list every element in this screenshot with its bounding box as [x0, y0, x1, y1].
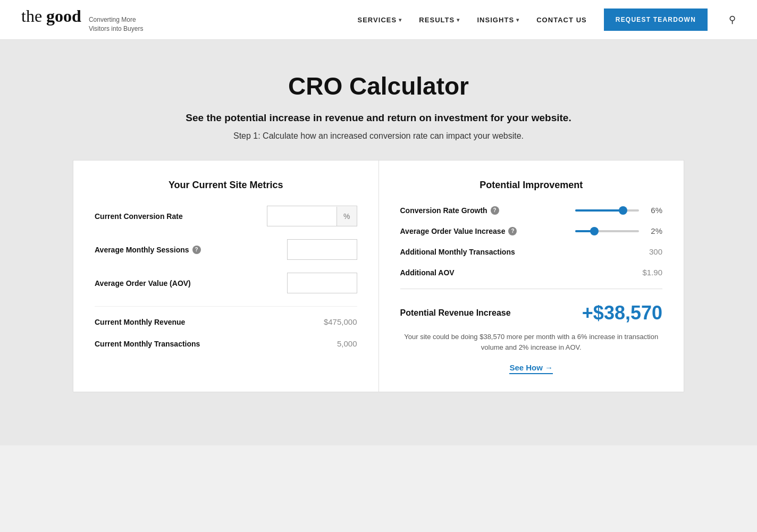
- slider-track-conversion-growth[interactable]: [575, 209, 639, 212]
- aov-input[interactable]: $95: [288, 273, 357, 293]
- slider-fill-conversion-growth: [575, 209, 623, 212]
- input-wrap-conversion-rate[interactable]: 2.00 %: [267, 206, 357, 226]
- right-panel: Potential Improvement Conversion Rate Gr…: [379, 160, 685, 392]
- conversion-rate-input[interactable]: 2.00: [267, 206, 337, 226]
- hero-section: CRO Calculator See the potential increas…: [0, 40, 757, 445]
- chevron-down-icon: ▾: [516, 17, 519, 23]
- logo-tagline: Converting More Visitors into Buyers: [89, 15, 144, 33]
- revenue-label: Potential Revenue Increase: [400, 308, 511, 318]
- label-monthly-transactions: Current Monthly Transactions: [95, 340, 200, 348]
- label-aov-increase: Average Order Value Increase ?: [400, 227, 532, 235]
- main-nav: SERVICES ▾ RESULTS ▾ INSIGHTS ▾ CONTACT …: [357, 9, 736, 31]
- left-panel: Your Current Site Metrics Current Conver…: [73, 160, 379, 392]
- label-conversion-rate: Current Conversion Rate: [95, 212, 183, 221]
- percent-suffix: %: [337, 207, 356, 226]
- calculator-container: Your Current Site Metrics Current Conver…: [73, 160, 684, 424]
- help-icon[interactable]: ?: [491, 206, 499, 215]
- label-additional-aov: Additional AOV: [400, 268, 455, 277]
- help-icon[interactable]: ?: [508, 227, 517, 235]
- value-monthly-transactions: 5,000: [337, 339, 357, 348]
- right-divider: [400, 289, 663, 289]
- value-monthly-revenue: $475,000: [324, 317, 357, 326]
- chevron-down-icon: ▾: [399, 17, 402, 23]
- nav-services[interactable]: SERVICES ▾: [357, 16, 402, 24]
- static-row-additional-aov: Additional AOV $1.90: [400, 268, 663, 277]
- value-additional-transactions: 300: [649, 247, 662, 256]
- metric-row-conversion-rate: Current Conversion Rate 2.00 %: [95, 206, 357, 226]
- metric-row-monthly-sessions: Average Monthly Sessions ? 250,000: [95, 239, 357, 260]
- search-icon[interactable]: ⚲: [729, 14, 736, 26]
- site-header: the good Converting More Visitors into B…: [0, 0, 757, 40]
- revenue-value: +$38,570: [582, 302, 662, 324]
- see-how-link[interactable]: See How →: [509, 363, 553, 374]
- slider-row-aov-increase: Average Order Value Increase ? 2%: [400, 226, 663, 235]
- slider-wrap-aov-increase: 2%: [531, 226, 662, 235]
- metric-row-monthly-transactions: Current Monthly Transactions 5,000: [95, 339, 357, 348]
- revenue-description: Your site could be doing $38,570 more pe…: [400, 332, 663, 352]
- divider: [95, 306, 357, 307]
- metric-row-monthly-revenue: Current Monthly Revenue $475,000: [95, 317, 357, 326]
- label-additional-transactions: Additional Monthly Transactions: [400, 248, 515, 256]
- value-additional-aov: $1.90: [642, 268, 662, 277]
- logo: the good: [21, 6, 81, 26]
- label-monthly-sessions: Average Monthly Sessions ?: [95, 246, 201, 254]
- page-title: CRO Calculator: [21, 72, 736, 100]
- help-icon[interactable]: ?: [192, 246, 201, 254]
- slider-wrap-conversion-growth: 6%: [531, 206, 662, 215]
- metric-row-aov: Average Order Value (AOV) $95: [95, 273, 357, 293]
- slider-value-aov-increase: 2%: [645, 226, 662, 235]
- slider-value-conversion-growth: 6%: [645, 206, 662, 215]
- hero-step: Step 1: Calculate how an increased conve…: [21, 131, 736, 141]
- slider-track-aov-increase[interactable]: [575, 230, 639, 232]
- input-wrap-aov[interactable]: $95: [287, 273, 357, 293]
- label-aov: Average Order Value (AOV): [95, 279, 191, 288]
- chevron-down-icon: ▾: [457, 17, 460, 23]
- static-row-additional-transactions: Additional Monthly Transactions 300: [400, 247, 663, 256]
- left-panel-title: Your Current Site Metrics: [95, 180, 357, 191]
- request-teardown-button[interactable]: REQUEST TEARDOWN: [604, 9, 708, 31]
- label-conversion-growth: Conversion Rate Growth ?: [400, 206, 532, 215]
- nav-contact[interactable]: CONTACT US: [536, 16, 587, 24]
- right-panel-title: Potential Improvement: [400, 180, 663, 191]
- nav-insights[interactable]: INSIGHTS ▾: [477, 16, 519, 24]
- input-wrap-monthly-sessions[interactable]: 250,000: [287, 239, 357, 260]
- monthly-sessions-input[interactable]: 250,000: [288, 240, 357, 259]
- slider-thumb-aov-increase[interactable]: [590, 227, 599, 235]
- hero-subtitle: See the potential increase in revenue an…: [21, 112, 736, 124]
- nav-results[interactable]: RESULTS ▾: [419, 16, 460, 24]
- slider-row-conversion-growth: Conversion Rate Growth ? 6%: [400, 206, 663, 215]
- logo-area[interactable]: the good Converting More Visitors into B…: [21, 6, 143, 33]
- slider-thumb-conversion-growth[interactable]: [619, 206, 627, 215]
- revenue-row: Potential Revenue Increase +$38,570: [400, 302, 663, 324]
- label-monthly-revenue: Current Monthly Revenue: [95, 318, 185, 326]
